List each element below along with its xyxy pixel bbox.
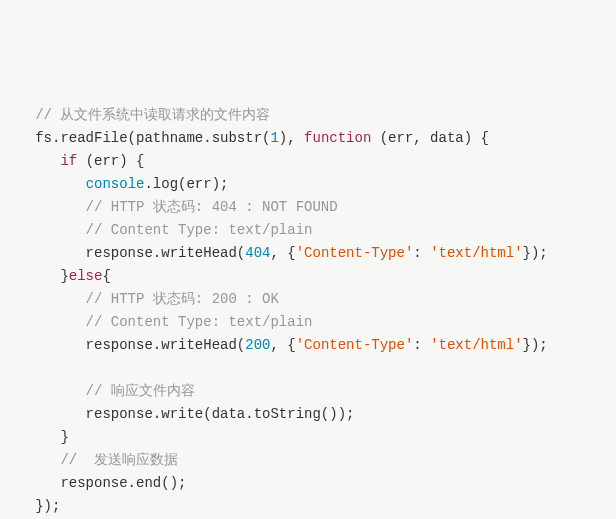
comment: // 发送响应数据: [10, 452, 178, 468]
code-line: if (err) {: [10, 153, 144, 169]
comment: // HTTP 状态码: 200 : OK: [10, 291, 279, 307]
code-line: // Content Type: text/plain: [10, 314, 312, 330]
code-block: // 从文件系统中读取请求的文件内容 fs.readFile(pathname.…: [10, 104, 606, 519]
code-line: // 发送响应数据: [10, 452, 178, 468]
comment: // 从文件系统中读取请求的文件内容: [35, 107, 270, 123]
code-line: response.writeHead(404, {'Content-Type':…: [10, 245, 548, 261]
code-line: response.writeHead(200, {'Content-Type':…: [10, 337, 548, 353]
code-line: // 从文件系统中读取请求的文件内容: [10, 107, 270, 123]
code-line: response.write(data.toString());: [10, 406, 354, 422]
code-line: // 响应文件内容: [10, 383, 195, 399]
code-line: [10, 360, 18, 376]
comment: // 响应文件内容: [10, 383, 195, 399]
code-line: }else{: [10, 268, 111, 284]
code-line: response.end();: [10, 475, 186, 491]
comment: // Content Type: text/plain: [10, 222, 312, 238]
code-line: // HTTP 状态码: 404 : NOT FOUND: [10, 199, 338, 215]
code-line: fs.readFile(pathname.substr(1), function…: [10, 130, 489, 146]
code-line: console.log(err);: [10, 176, 228, 192]
code-line: }: [10, 429, 69, 445]
code-line: // Content Type: text/plain: [10, 222, 312, 238]
code-line: // HTTP 状态码: 200 : OK: [10, 291, 279, 307]
code-line: });: [10, 498, 60, 514]
comment: // HTTP 状态码: 404 : NOT FOUND: [10, 199, 338, 215]
comment: // Content Type: text/plain: [10, 314, 312, 330]
